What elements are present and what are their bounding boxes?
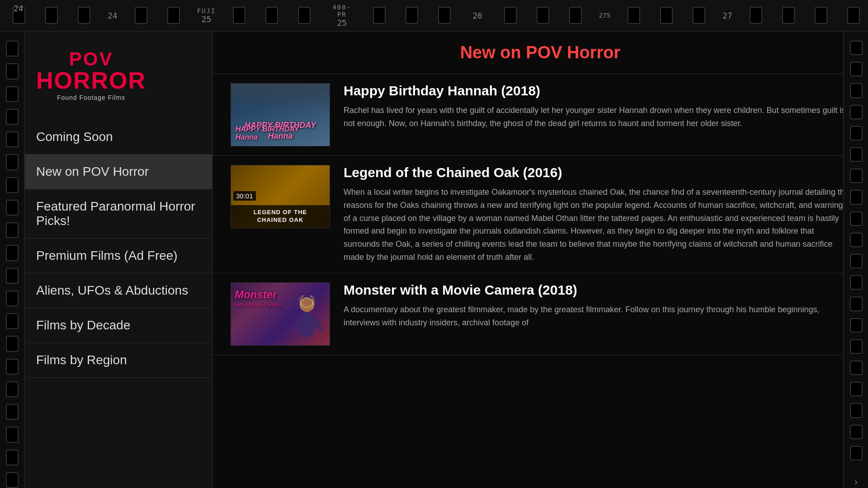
main-layout: POV HORROR Found Footage Films Coming So… [0,32,868,488]
film-hole [167,7,180,24]
film-thumbnail-2[interactable]: LEGEND OF THE CHAINED OAK 30:01 [231,165,330,228]
film-hole [406,7,418,24]
svg-line-4 [315,320,321,329]
film-hole [850,147,863,162]
film-hole [6,472,19,488]
film-hole [850,318,863,333]
film-hole [6,268,19,284]
film-hole [750,7,762,24]
film-hole [6,63,19,79]
film-hole [6,109,19,125]
film-strip-right: › [843,32,868,488]
film-hole [850,233,863,247]
nav-label: Featured Paranormal Horror Picks! [36,199,195,228]
film-hole [850,382,863,396]
film-thumbnail-1[interactable]: HAPPY BIRTHDAYHanna [231,83,330,146]
film-hole [6,245,19,261]
film-hole [504,7,517,24]
film-hole [850,361,863,375]
film-hole [6,381,19,397]
film-description-3: A documentary about the greatest filmmak… [344,303,850,329]
film-number-25: 25 [197,14,216,24]
film-hole [6,404,19,420]
film-hole [850,62,863,76]
nav-menu: Coming Soon New on POV Horror Featured P… [0,120,212,378]
film-title-1[interactable]: Happy Birthday Hannah (2018) [344,83,850,99]
logo: POV HORROR Found Footage Films [36,50,146,101]
film-hole [6,177,19,193]
film-brand-label: FUJI [197,7,216,14]
film-stock-label: 400-PR [332,4,351,18]
film-hole [6,313,19,329]
film-title-3[interactable]: Monster with a Movie Camera (2018) [344,282,850,298]
film-info-3: Monster with a Movie Camera (2018) A doc… [344,282,850,329]
film-hole [850,339,863,354]
film-hole [850,403,863,418]
film-hole [850,105,863,119]
film-hole [850,296,863,311]
film-hole [438,7,451,24]
content-section-title: New on POV Horror [212,32,868,74]
film-hole [850,190,863,204]
film-hole [627,7,640,24]
film-title-2[interactable]: Legend of the Chained Oak (2016) [344,165,850,180]
film-entry-3: Monster with a Movie Camera [212,273,868,355]
film-hole [6,86,19,102]
sidebar: POV HORROR Found Footage Films Coming So… [0,32,212,488]
film-hole [6,450,19,465]
film-strip-top: 24 24 FUJI 25 400-PR 25 26 [0,0,868,32]
film-hole [693,7,705,24]
sidebar-item-coming-soon[interactable]: Coming Soon [0,120,212,155]
film-hole [850,83,863,98]
sidebar-item-new-on-pov[interactable]: New on POV Horror [0,155,212,189]
svg-line-3 [293,320,299,329]
film-hole [298,7,311,24]
film-hole [660,7,673,24]
sidebar-item-films-by-region[interactable]: Films by Region [0,343,212,378]
film-description-1: Rachel has lived for years with the guil… [344,104,850,130]
film-hole [6,41,19,56]
scroll-arrow-icon: › [854,476,858,488]
film-hole [6,131,19,147]
svg-point-2 [299,312,315,338]
film-hole [850,254,863,268]
film-holes-container: 24 24 FUJI 25 400-PR 25 26 [0,0,868,31]
logo-pov-text: POV [36,50,146,69]
sidebar-item-paranormal[interactable]: Featured Paranormal Horror Picks! [0,189,212,239]
film-hole [850,446,863,460]
film-hole [135,7,147,24]
film-hole [45,7,58,24]
film-hole [537,7,549,24]
film-number-24: 24 [14,4,24,13]
film-info-2: Legend of the Chained Oak (2016) When a … [344,165,850,264]
film-hole [569,7,582,24]
film-hole [6,154,19,170]
film-entry-2: LEGEND OF THE CHAINED OAK 30:01 Legend o… [212,156,868,273]
film-hole [6,200,19,216]
film-hole [373,7,386,24]
film-hole [6,222,19,238]
sidebar-item-films-by-decade[interactable]: Films by Decade [0,308,212,343]
film-hole [850,425,863,439]
film-hole [847,7,860,24]
nav-label: Films by Region [36,353,127,367]
nav-label: New on POV Horror [36,164,149,178]
logo-subtitle-text: Found Footage Films [36,94,146,101]
nav-label: Premium Films (Ad Free) [36,249,178,263]
film-info-1: Happy Birthday Hannah (2018) Rachel has … [344,83,850,130]
film-thumbnail-3[interactable]: Monster with a Movie Camera [231,282,330,346]
sidebar-item-aliens[interactable]: Aliens, UFOs & Abductions [0,273,212,308]
content-area[interactable]: New on POV Horror HAPPY BIRTHDAYHanna Ha… [212,32,868,488]
film-hole [850,169,863,183]
logo-horror-text: HORROR [36,69,146,92]
film-hole [6,291,19,306]
film-hole [78,7,90,24]
nav-label: Coming Soon [36,130,113,144]
nav-label: Aliens, UFOs & Abductions [36,283,188,297]
film-hole [850,41,863,55]
film-hole [850,275,863,290]
film-strip-left [0,32,25,488]
sidebar-item-premium[interactable]: Premium Films (Ad Free) [0,239,212,273]
film-entry-1: HAPPY BIRTHDAYHanna Happy Birthday Hanna… [212,74,868,156]
film-hole [782,7,795,24]
